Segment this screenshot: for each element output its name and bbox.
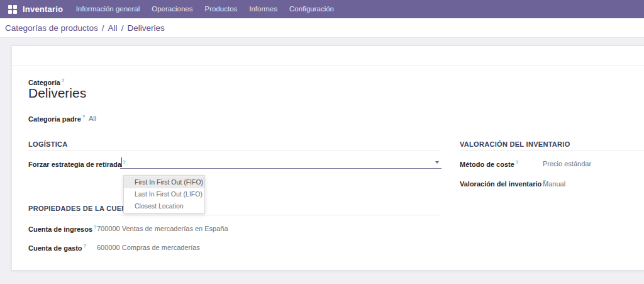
section-account-title: PROPIEDADES DE LA CUENTA	[28, 205, 136, 212]
app-window: Inventario Información general Operacion…	[0, 0, 644, 284]
section-valuation-rule	[460, 150, 644, 151]
section-logistics-rule	[28, 150, 441, 151]
dropdown-option-lifo[interactable]: Last In First Out (LIFO)	[124, 188, 204, 200]
top-navbar: Inventario Información general Operacion…	[0, 0, 644, 18]
help-icon: ?	[516, 159, 519, 165]
apps-grid-square	[8, 10, 12, 14]
help-icon: ?	[84, 243, 87, 249]
category-label-text: Categoría	[28, 79, 60, 86]
parent-category-field[interactable]: All	[89, 115, 96, 122]
breadcrumb-current: Deliveries	[127, 23, 164, 33]
expense-account-field[interactable]: 600000 Compras de mercaderías	[97, 244, 200, 251]
expense-account-label-text: Cuenta de gasto	[28, 244, 82, 252]
removal-strategy-input[interactable]	[120, 156, 441, 169]
parent-category-label: Categoría padre?	[28, 114, 85, 123]
inventory-valuation-field[interactable]: Manual	[543, 180, 565, 188]
dropdown-option-closest[interactable]: Closest Location	[124, 200, 204, 212]
apps-grid-icon[interactable]	[8, 5, 17, 14]
income-account-label: Cuenta de ingresos?	[28, 224, 97, 233]
app-name[interactable]: Inventario	[23, 4, 63, 14]
removal-strategy-label: Forzar estrategia de retirada?	[28, 159, 126, 168]
apps-grid-square	[13, 10, 17, 14]
apps-grid-square	[8, 5, 12, 9]
menu-productos[interactable]: Productos	[199, 0, 243, 18]
income-account-label-text: Cuenta de ingresos	[28, 225, 92, 233]
dropdown-option-fifo[interactable]: First In First Out (FIFO)	[124, 176, 204, 188]
help-icon: ?	[94, 224, 97, 230]
category-name-field[interactable]: Deliveries	[28, 86, 86, 101]
income-account-field[interactable]: 700000 Ventas de mercaderías en España	[97, 225, 228, 232]
form-statusbar	[12, 46, 644, 66]
parent-category-label-text: Categoría padre	[28, 115, 81, 123]
section-logistics-title: LOGÍSTICA	[28, 140, 68, 148]
menu-operaciones[interactable]: Operaciones	[146, 0, 199, 18]
breadcrumb-separator: /	[121, 23, 124, 33]
apps-grid-square	[13, 5, 17, 9]
menu-configuracion[interactable]: Configuración	[284, 0, 340, 18]
help-icon: ?	[62, 77, 65, 83]
form-sheet: Categoría? Deliveries Categoría padre? A…	[11, 45, 644, 271]
costing-method-label: Método de coste?	[460, 159, 518, 168]
inventory-valuation-label: Valoración del inventario?	[460, 179, 546, 188]
breadcrumb-root[interactable]: Categorías de productos	[5, 23, 98, 33]
section-account-rule	[28, 215, 441, 215]
breadcrumb-separator: /	[102, 23, 104, 33]
expense-account-label: Cuenta de gasto?	[28, 243, 86, 252]
removal-strategy-dropdown: First In First Out (FIFO) Last In First …	[123, 175, 205, 213]
menu-informes[interactable]: Informes	[243, 0, 284, 18]
section-valuation-title: VALORACIÓN DEL INVENTARIO	[460, 140, 570, 148]
help-icon: ?	[82, 114, 86, 120]
removal-strategy-label-text: Forzar estrategia de retirada	[28, 161, 121, 168]
category-label: Categoría?	[28, 77, 64, 86]
breadcrumb: Categorías de productos / All / Deliveri…	[0, 18, 644, 38]
menu-informacion-general[interactable]: Información general	[70, 0, 146, 18]
chevron-down-icon[interactable]	[435, 161, 439, 164]
costing-method-field[interactable]: Precio estándar	[543, 160, 591, 168]
text-cursor	[121, 157, 122, 167]
breadcrumb-parent[interactable]: All	[108, 23, 118, 33]
inventory-valuation-label-text: Valoración del inventario	[460, 180, 541, 188]
costing-method-label-text: Método de coste	[460, 161, 514, 168]
